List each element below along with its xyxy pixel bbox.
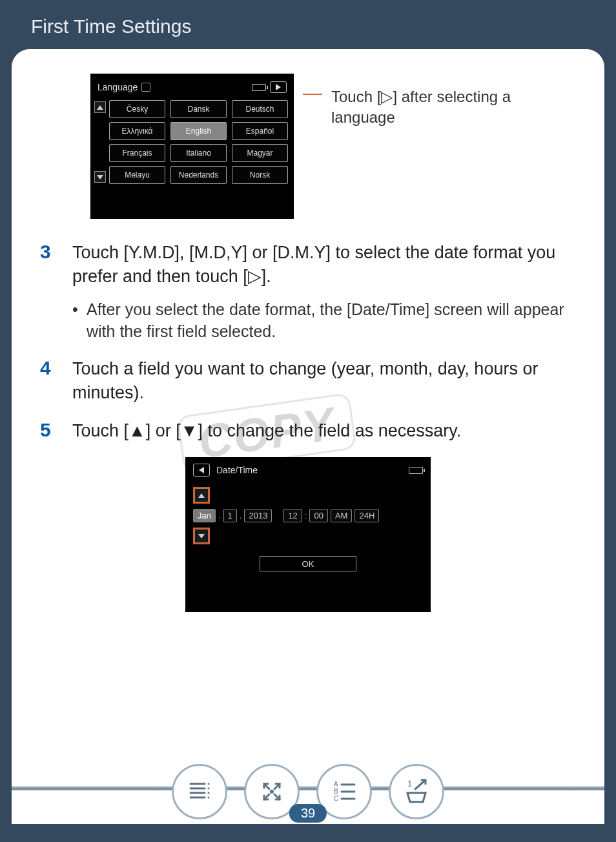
minute-field[interactable]: 00 (309, 509, 327, 522)
language-screen: Language ČeskyDanskDeutschΕλληνικάEnglis… (90, 74, 294, 219)
jump-button[interactable]: 1 (389, 764, 444, 819)
step-5: 5 Touch [▲] or [▼] to change the field a… (40, 419, 576, 443)
step-3: 3 Touch [Y.M.D], [M.D,Y] or [D.M.Y] to s… (40, 241, 576, 343)
step-text: Touch [Y.M.D], [M.D,Y] or [D.M.Y] to sel… (72, 241, 576, 289)
triangle-down-icon (97, 175, 103, 180)
svg-point-8 (270, 790, 274, 794)
step-number: 3 (40, 241, 58, 343)
field-down-button[interactable] (193, 528, 210, 544)
page-number-badge: 39 (289, 804, 327, 823)
svg-text:1: 1 (407, 779, 412, 788)
year-field[interactable]: 2013 (244, 509, 272, 522)
box-arrow-icon: 1 (401, 776, 432, 807)
section-title: First Time Settings (0, 0, 616, 49)
step-number: 5 (40, 419, 58, 443)
ok-button[interactable]: OK (260, 556, 356, 571)
toc-button[interactable] (172, 764, 227, 819)
scroll-up-button[interactable] (94, 101, 106, 113)
language-option[interactable]: Español (232, 122, 288, 140)
battery-icon (252, 84, 266, 91)
svg-text:C: C (334, 795, 338, 802)
globe-icon (141, 83, 150, 92)
separator: . (218, 511, 221, 520)
ampm-field[interactable]: AM (331, 509, 353, 522)
hour-mode-field[interactable]: 24H (354, 509, 379, 522)
language-option[interactable]: Dansk (170, 100, 227, 118)
svg-text:B: B (334, 788, 338, 795)
bottom-nav: A B C 1 39 (12, 759, 604, 824)
battery-icon (409, 467, 423, 474)
datetime-screen: Date/Time Jan . 1 . 2013 12 : 00 AM 24H (185, 457, 431, 612)
abc-list-icon: A B C (329, 776, 360, 807)
step-text: Touch a field you want to change (year, … (72, 357, 576, 406)
language-option[interactable]: Deutsch (232, 100, 288, 118)
datetime-screen-title: Date/Time (216, 465, 258, 475)
triangle-left-icon (199, 467, 204, 473)
language-option[interactable]: English (170, 122, 227, 140)
svg-text:A: A (334, 781, 338, 788)
triangle-up-icon (198, 493, 205, 498)
step-number: 4 (40, 357, 58, 406)
separator: : (305, 511, 307, 520)
callout-text: Touch [▷] after selecting a language (331, 87, 538, 128)
day-field[interactable]: 1 (223, 509, 237, 522)
svg-point-5 (208, 788, 210, 790)
month-field[interactable]: Jan (193, 509, 216, 522)
language-option[interactable]: Melayu (109, 166, 165, 184)
field-up-button[interactable] (193, 487, 210, 504)
step-4: 4 Touch a field you want to change (year… (40, 357, 576, 406)
svg-point-6 (208, 792, 210, 794)
callout-leader-line (303, 94, 322, 95)
language-option[interactable]: Magyar (232, 144, 288, 162)
language-option[interactable]: Italiano (170, 144, 227, 162)
step-text: Touch [▲] or [▼] to change the field as … (72, 419, 461, 443)
step-bullet: After you select the date format, the [D… (72, 298, 576, 343)
language-option[interactable]: Česky (109, 100, 165, 118)
language-screen-title: Language (98, 82, 138, 92)
separator: . (240, 511, 242, 520)
next-button[interactable] (270, 81, 287, 93)
triangle-down-icon (198, 534, 205, 539)
language-option[interactable]: Nederlands (170, 166, 227, 184)
svg-point-7 (208, 797, 210, 799)
language-option[interactable]: Norsk (232, 166, 288, 184)
scroll-down-button[interactable] (94, 171, 106, 183)
language-option[interactable]: Ελληνικά (109, 122, 165, 140)
triangle-up-icon (97, 105, 103, 110)
triangle-right-icon (276, 84, 281, 90)
expand-icon (256, 776, 287, 807)
back-button[interactable] (193, 464, 210, 477)
language-option[interactable]: Français (109, 144, 165, 162)
page-body: COPY Language (12, 49, 604, 824)
list-icon (184, 776, 215, 807)
svg-point-4 (208, 783, 210, 785)
hour-field[interactable]: 12 (283, 509, 302, 522)
